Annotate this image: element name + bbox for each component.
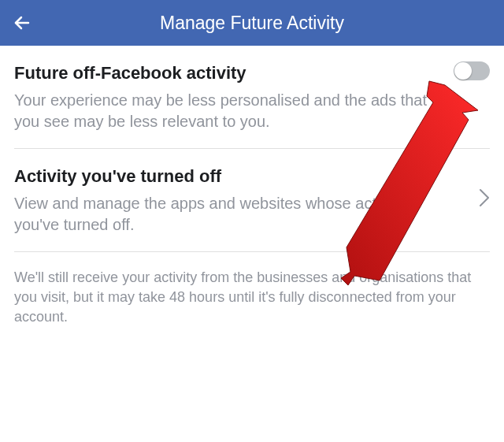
future-activity-section: Future off-Facebook activity Your experi… — [14, 46, 490, 149]
future-activity-title: Future off-Facebook activity — [14, 63, 490, 84]
app-header: Manage Future Activity — [0, 0, 504, 46]
page-title: Manage Future Activity — [44, 13, 460, 34]
toggle-knob — [454, 62, 472, 80]
future-activity-toggle[interactable] — [454, 61, 490, 80]
turned-off-section[interactable]: Activity you've turned off View and mana… — [14, 149, 490, 252]
footer-note: We'll still receive your activity from t… — [0, 252, 504, 344]
back-button[interactable] — [13, 13, 44, 32]
chevron-right-icon — [479, 188, 490, 213]
arrow-left-icon — [13, 13, 32, 32]
turned-off-title: Activity you've turned off — [14, 166, 490, 187]
turned-off-description: View and manage the apps and websites wh… — [14, 193, 490, 236]
future-activity-description: Your experience may be less personalised… — [14, 90, 490, 132]
content-area: Future off-Facebook activity Your experi… — [0, 46, 504, 252]
